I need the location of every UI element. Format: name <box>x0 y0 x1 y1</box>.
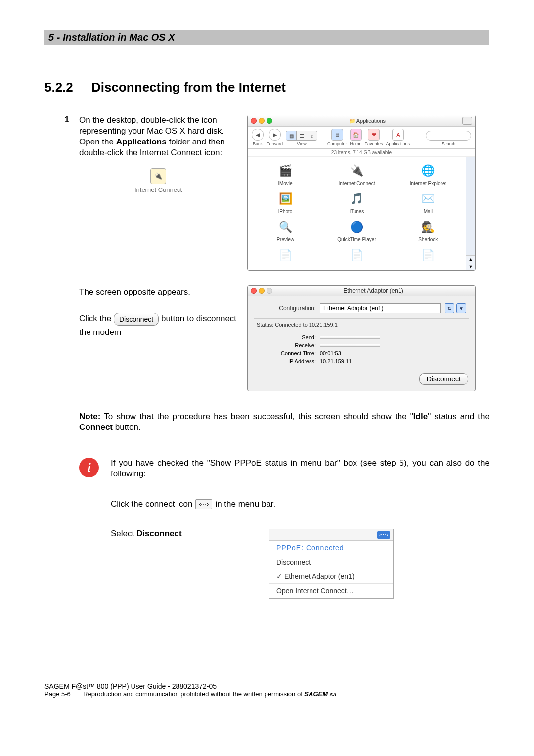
app-itunes[interactable]: 🎵iTunes <box>322 190 391 214</box>
menu-open-internet-connect[interactable]: Open Internet Connect… <box>269 584 393 598</box>
app-internet-explorer[interactable]: 🌐Internet Explorer <box>394 162 463 186</box>
info-icon: i <box>79 458 99 477</box>
receive-meter <box>320 344 380 347</box>
step2-text: The screen opposite appears. Click the D… <box>79 285 237 391</box>
step-number: 1 <box>44 115 69 271</box>
send-label: Send: <box>257 334 316 340</box>
minimize-icon[interactable] <box>259 118 265 124</box>
section-heading: 5.2.2 Disconnecting from the Internet <box>44 80 490 95</box>
favorites-button[interactable]: ❤Favorites <box>365 129 383 146</box>
scroll-up-icon[interactable]: ▲ <box>466 255 475 263</box>
finder-icon-grid: 🎬iMovie 🔌Internet Connect 🌐Internet Expl… <box>248 157 466 270</box>
app-extra[interactable]: 📄 <box>394 246 463 265</box>
config-select[interactable]: Ethernet Adaptor (en1) <box>320 303 441 313</box>
dropdown-icon[interactable]: ▼ <box>456 303 466 313</box>
info-text: If you have checked the "Show PPPoE stat… <box>111 458 490 479</box>
minimize-icon[interactable] <box>259 288 265 294</box>
app-sherlock[interactable]: 🕵️Sherlock <box>394 218 463 242</box>
internet-connect-shortcut: 🔌 Internet Connect <box>79 168 237 194</box>
search-field[interactable]: Search <box>426 131 471 146</box>
stepper-icon[interactable]: ⇅ <box>445 303 454 313</box>
finder-status: 23 items, 7.14 GB available <box>248 149 475 157</box>
toolbar-toggle-button[interactable] <box>462 117 472 125</box>
internet-connect-window: Ethernet Adaptor (en1) Configuration: Et… <box>247 285 476 391</box>
app-iphoto[interactable]: 🖼️iPhoto <box>251 190 320 214</box>
internet-connect-icon: 🔌 <box>150 168 166 184</box>
menu-status: PPPoE: Connected <box>269 541 393 555</box>
view-switcher[interactable]: ▦☰⎚ View <box>286 131 317 146</box>
app-preview[interactable]: 🔍Preview <box>251 218 320 242</box>
connect-time-label: Connect Time: <box>257 350 316 356</box>
ip-value: 10.21.159.11 <box>320 358 352 364</box>
disconnect-inline-button: Disconnect <box>114 313 159 326</box>
ip-label: IP Address: <box>257 358 316 364</box>
zoom-icon[interactable] <box>267 118 272 124</box>
app-quicktime[interactable]: 🔵QuickTime Player <box>322 218 391 242</box>
status-line: Status: Connected to 10.21.159.1 <box>257 322 466 328</box>
menu-disconnect[interactable]: Disconnect <box>269 555 393 569</box>
window-title: Applications <box>274 118 460 124</box>
zoom-icon <box>267 288 272 294</box>
back-button[interactable]: ◀Back <box>252 129 264 146</box>
section-number: 5.2.2 <box>44 80 73 95</box>
config-label: Configuration: <box>257 305 316 312</box>
pppoe-status-icon: ‹⋯› <box>195 499 212 509</box>
app-extra[interactable]: 📄 <box>251 246 320 265</box>
app-mail[interactable]: ✉️Mail <box>394 190 463 214</box>
section-title: Disconnecting from the Internet <box>91 80 286 94</box>
applications-button[interactable]: AApplications <box>386 129 410 146</box>
note-block: Note: To show that the procedure has bee… <box>79 411 490 433</box>
select-instruction: Select Disconnect <box>111 529 249 539</box>
menu-adaptor[interactable]: Ethernet Adaptor (en1) <box>269 569 393 584</box>
send-meter <box>320 336 380 339</box>
scroll-down-icon[interactable]: ▼ <box>466 263 475 270</box>
scrollbar[interactable]: ▲ ▼ <box>466 157 475 270</box>
forward-button[interactable]: ▶Forward <box>267 129 283 146</box>
page-footer: SAGEM F@st™ 800 (PPP) User Guide - 28802… <box>44 679 490 698</box>
close-icon[interactable] <box>251 118 257 124</box>
pppoe-status-icon[interactable]: ‹⋯› <box>377 531 390 539</box>
computer-button[interactable]: 🖥Computer <box>327 129 347 146</box>
app-imovie[interactable]: 🎬iMovie <box>251 162 320 186</box>
close-icon[interactable] <box>251 288 257 294</box>
receive-label: Receive: <box>257 342 316 348</box>
finder-window: Applications ◀Back ▶Forward ▦☰⎚ View 🖥Co… <box>247 115 476 271</box>
connect-time-value: 00:01:53 <box>320 350 341 356</box>
home-button[interactable]: 🏠Home <box>350 129 362 146</box>
menubar-instruction: Click the connect icon ‹⋯› in the menu b… <box>111 499 490 509</box>
pppoe-menu: ‹⋯› PPPoE: Connected Disconnect Ethernet… <box>269 529 394 599</box>
chapter-header: 5 - Installation in Mac OS X <box>44 30 490 45</box>
disconnect-button[interactable]: Disconnect <box>419 373 468 385</box>
app-internet-connect[interactable]: 🔌Internet Connect <box>322 162 391 186</box>
step1-text: On the desktop, double-click the icon re… <box>79 115 237 271</box>
window-title: Ethernet Adaptor (en1) <box>274 287 472 294</box>
app-extra[interactable]: 📄 <box>322 246 391 265</box>
